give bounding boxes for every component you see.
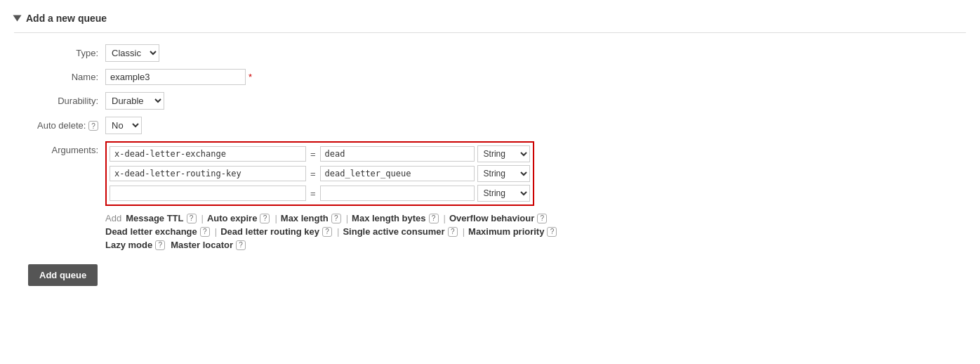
add-label: Add (105, 213, 121, 223)
arguments-label: Arguments: (28, 141, 105, 155)
help-overflow-behaviour[interactable]: ? (537, 214, 547, 223)
arg-key-2[interactable] (110, 166, 306, 181)
help-single-active-consumer[interactable]: ? (448, 227, 458, 237)
arg-equals-3: = (306, 188, 320, 199)
required-star: * (249, 72, 252, 82)
auto-expire-link[interactable]: Auto expire (207, 213, 258, 223)
sep4: | (444, 213, 446, 223)
add-queue-row: Add queue (14, 250, 966, 286)
help-dead-letter-exchange[interactable]: ? (200, 227, 210, 237)
arg-type-3[interactable]: String Number Boolean (477, 185, 530, 202)
arg-row-3: = String Number Boolean (110, 185, 530, 202)
dead-letter-routing-key-link[interactable]: Dead letter routing key (220, 226, 319, 237)
durability-row: Durability: Durable Transient (14, 92, 966, 110)
help-auto-expire[interactable]: ? (260, 214, 270, 223)
add-queue-button[interactable]: Add queue (28, 264, 98, 286)
help-max-length-bytes[interactable]: ? (429, 214, 439, 223)
arg-equals-1: = (306, 149, 320, 160)
auto-delete-row: Auto delete: ? No Yes (14, 117, 966, 134)
arg-value-1[interactable] (320, 146, 475, 162)
help-message-ttl[interactable]: ? (187, 214, 197, 223)
help-dead-letter-routing-key[interactable]: ? (322, 227, 332, 237)
sep1: | (201, 213, 204, 223)
arg-value-3[interactable] (320, 186, 475, 201)
max-length-bytes-link[interactable]: Max length bytes (352, 213, 425, 223)
sep6: | (337, 226, 339, 237)
collapse-icon[interactable] (13, 15, 22, 22)
type-label: Type: (28, 48, 105, 58)
name-input[interactable] (105, 69, 246, 85)
maximum-priority-link[interactable]: Maximum priority (468, 226, 544, 237)
auto-delete-label: Auto delete: ? (28, 120, 105, 131)
section-title: Add a new queue (26, 13, 107, 24)
help-lazy-mode[interactable]: ? (155, 240, 165, 250)
type-select[interactable]: Classic Quorum (105, 44, 159, 62)
arguments-row: Arguments: = String Number Boolean = Str… (14, 141, 966, 206)
name-row: Name: * (14, 69, 966, 85)
arg-row-2: = String Number Boolean (110, 165, 530, 182)
sep2: | (274, 213, 277, 223)
sep5: | (215, 226, 217, 237)
dead-letter-exchange-link[interactable]: Dead letter exchange (105, 226, 197, 237)
type-row: Type: Classic Quorum (14, 44, 966, 62)
help-master-locator[interactable]: ? (236, 240, 246, 250)
overflow-behaviour-link[interactable]: Overflow behaviour (449, 213, 534, 223)
add-links-line2: Dead letter exchange ? | Dead letter rou… (14, 226, 966, 237)
message-ttl-link[interactable]: Message TTL (126, 213, 183, 223)
arg-equals-2: = (306, 169, 320, 179)
auto-delete-help[interactable]: ? (88, 121, 98, 131)
lazy-mode-link[interactable]: Lazy mode (105, 240, 152, 250)
durability-select[interactable]: Durable Transient (105, 92, 164, 110)
help-max-length[interactable]: ? (331, 214, 341, 223)
arg-value-2[interactable] (320, 166, 475, 181)
arg-key-1[interactable] (110, 146, 306, 162)
durability-label: Durability: (28, 96, 105, 106)
arg-key-3[interactable] (110, 186, 306, 201)
single-active-consumer-link[interactable]: Single active consumer (343, 226, 444, 237)
arguments-container: = String Number Boolean = String Number … (105, 141, 534, 206)
arg-row-1: = String Number Boolean (110, 145, 530, 162)
name-label: Name: (28, 72, 105, 82)
master-locator-link[interactable]: Master locator (171, 240, 233, 250)
sep7: | (463, 226, 465, 237)
arg-type-2[interactable]: String Number Boolean (477, 165, 530, 182)
add-links-line3: Lazy mode ? Master locator ? (14, 240, 966, 250)
help-maximum-priority[interactable]: ? (547, 227, 557, 237)
auto-delete-select[interactable]: No Yes (105, 117, 142, 134)
max-length-link[interactable]: Max length (281, 213, 329, 223)
sep3: | (346, 213, 348, 223)
add-links-line1: Add Message TTL ? | Auto expire ? | Max … (14, 213, 966, 223)
arg-type-1[interactable]: String Number Boolean (477, 145, 530, 162)
section-header: Add a new queue (14, 7, 966, 33)
